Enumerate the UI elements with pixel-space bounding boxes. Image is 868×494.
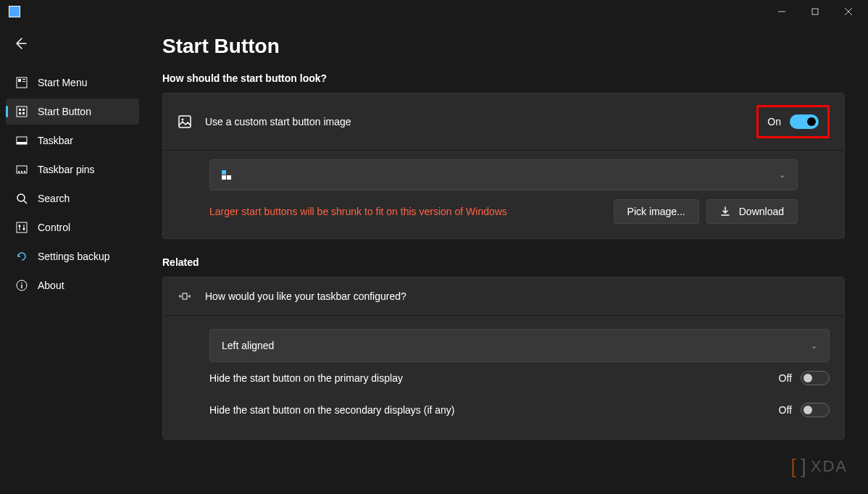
svg-point-25 xyxy=(23,228,25,230)
svg-rect-21 xyxy=(17,222,27,233)
minimize-button[interactable] xyxy=(765,0,798,23)
svg-rect-8 xyxy=(17,106,27,117)
back-button[interactable] xyxy=(6,29,35,58)
sidebar-item-label: Taskbar pins xyxy=(38,164,95,175)
custom-image-card: Use a custom start button image On xyxy=(162,93,845,239)
hide-secondary-toggle[interactable] xyxy=(801,403,830,417)
taskbar-pins-icon xyxy=(14,162,29,177)
about-icon xyxy=(14,278,29,293)
sidebar-item-label: Search xyxy=(38,193,70,204)
sidebar-item-settings-backup[interactable]: Settings backup xyxy=(6,243,139,269)
app-icon xyxy=(9,6,20,17)
svg-rect-29 xyxy=(179,116,191,127)
toggle-label: Off xyxy=(779,372,792,384)
svg-rect-1 xyxy=(812,9,818,14)
svg-rect-14 xyxy=(17,142,27,144)
svg-rect-31 xyxy=(183,293,187,299)
start-menu-icon xyxy=(14,75,29,90)
warning-text: Larger start buttons will be shrunk to f… xyxy=(209,206,507,217)
svg-rect-6 xyxy=(22,79,25,80)
section-label-related: Related xyxy=(162,256,845,268)
sidebar-item-label: Settings backup xyxy=(38,251,110,262)
download-button[interactable]: Download xyxy=(706,199,798,224)
sidebar-item-taskbar[interactable]: Taskbar xyxy=(6,127,139,154)
card-title: How would you like your taskbar configur… xyxy=(205,290,406,302)
svg-rect-11 xyxy=(19,112,21,114)
svg-point-24 xyxy=(19,225,21,227)
close-button[interactable] xyxy=(832,0,865,23)
start-button-icon xyxy=(14,104,29,119)
svg-point-19 xyxy=(17,194,25,201)
alignment-dropdown[interactable]: Left aligned ⌄ xyxy=(209,329,830,362)
taskbar-icon xyxy=(14,133,29,148)
page-title: Start Button xyxy=(162,35,845,58)
svg-rect-10 xyxy=(22,109,25,111)
maximize-button[interactable] xyxy=(798,0,832,23)
download-icon xyxy=(720,206,730,217)
hide-primary-option: Hide the start button on the primary dis… xyxy=(209,362,830,394)
search-icon xyxy=(14,191,29,206)
custom-image-toggle[interactable] xyxy=(790,114,819,129)
svg-rect-18 xyxy=(24,171,25,172)
sidebar-item-about[interactable]: About xyxy=(6,272,139,298)
hide-primary-toggle[interactable] xyxy=(801,371,830,385)
settings-backup-icon xyxy=(14,249,29,264)
sidebar: Start Menu Start Button Taskbar Taskbar … xyxy=(0,70,145,298)
xda-watermark: [] XDA xyxy=(790,455,848,478)
card-title: Use a custom start button image xyxy=(205,116,351,127)
sidebar-item-start-menu[interactable]: Start Menu xyxy=(6,70,139,96)
start-button-preview-dropdown[interactable]: ⌄ xyxy=(209,159,798,191)
section-label-look: How should the start button look? xyxy=(162,72,845,84)
svg-point-30 xyxy=(182,119,184,121)
main-content: Start Button How should the start button… xyxy=(145,23,868,494)
chevron-down-icon: ⌄ xyxy=(811,341,817,351)
sidebar-item-label: Start Menu xyxy=(38,77,87,88)
svg-rect-7 xyxy=(22,81,25,82)
sidebar-item-control[interactable]: Control xyxy=(6,214,139,240)
highlight-annotation: On xyxy=(756,105,830,138)
sidebar-item-label: About xyxy=(38,280,64,291)
control-icon xyxy=(14,220,29,235)
dropdown-value: Left aligned xyxy=(222,340,274,351)
sidebar-item-taskbar-pins[interactable]: Taskbar pins xyxy=(6,156,139,183)
start-button-preview-icon xyxy=(222,170,231,180)
chevron-down-icon: ⌄ xyxy=(779,170,785,180)
taskbar-config-icon xyxy=(178,289,192,303)
sidebar-item-label: Taskbar xyxy=(38,135,73,146)
svg-rect-12 xyxy=(22,112,25,114)
svg-rect-5 xyxy=(18,79,21,82)
pick-image-button[interactable]: Pick image... xyxy=(614,199,699,224)
svg-point-27 xyxy=(21,282,22,284)
option-label: Hide the start button on the primary dis… xyxy=(209,372,403,384)
svg-rect-9 xyxy=(19,109,21,111)
svg-rect-16 xyxy=(18,171,20,172)
option-label: Hide the start button on the secondary d… xyxy=(209,404,455,416)
sidebar-item-label: Start Button xyxy=(38,106,91,117)
image-icon xyxy=(178,114,192,129)
svg-rect-17 xyxy=(21,171,22,172)
titlebar xyxy=(0,0,868,23)
sidebar-item-start-button[interactable]: Start Button xyxy=(6,99,139,125)
sidebar-item-label: Control xyxy=(38,222,70,233)
toggle-label: Off xyxy=(779,404,792,416)
window-controls xyxy=(765,0,865,23)
toggle-label: On xyxy=(767,116,781,127)
hide-secondary-option: Hide the start button on the secondary d… xyxy=(209,394,830,426)
sidebar-item-search[interactable]: Search xyxy=(6,185,139,212)
svg-line-20 xyxy=(24,201,27,204)
taskbar-config-card: How would you like your taskbar configur… xyxy=(162,277,845,440)
